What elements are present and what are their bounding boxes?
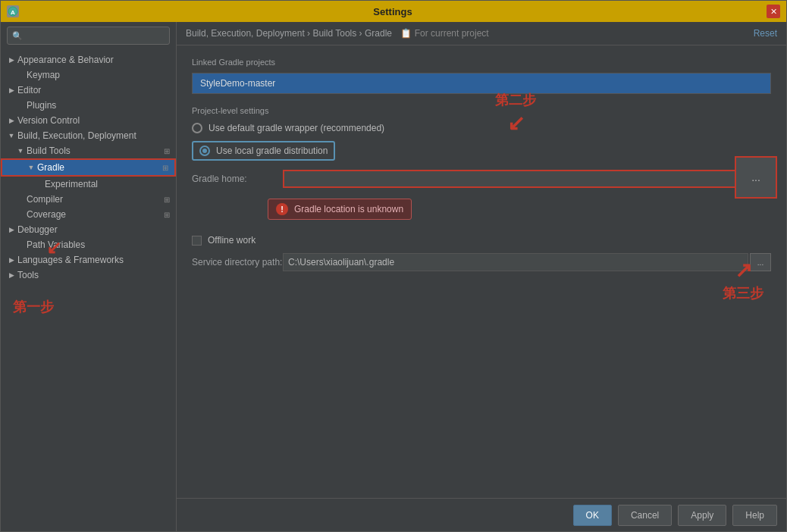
settings-window: A Settings ✕ 🔍 ▶ Appearance & Behavior [0, 0, 787, 532]
error-tooltip: ! Gradle location is unknown [268, 199, 412, 220]
radio-default-label: Use default gradle wrapper (recommended) [209, 123, 384, 133]
sidebar-item-experimental[interactable]: Experimental [1, 177, 176, 192]
main-content: Build, Execution, Deployment › Build Too… [177, 22, 786, 531]
breadcrumb-suffix: 📋 For current project [400, 28, 488, 39]
help-button[interactable]: Help [732, 505, 777, 526]
radio-local-btn[interactable] [199, 146, 210, 156]
offline-work-checkbox[interactable] [192, 236, 202, 246]
coverage-icon: ⊞ [164, 211, 170, 219]
error-message: Gradle location is unknown [294, 204, 403, 214]
linked-section-label: Linked Gradle projects [192, 58, 771, 67]
sidebar-item-tools[interactable]: ▶ Tools [1, 268, 176, 283]
arrow-icon: ▶ [7, 86, 16, 95]
window-title: Settings [19, 6, 767, 17]
sidebar-item-label: Languages & Frameworks [17, 255, 124, 265]
browse-dots-label: ... [751, 171, 760, 183]
step1-annotation: ↙ 第一步 [1, 283, 176, 331]
service-directory-row: Service directory path: ... [192, 253, 771, 271]
sidebar-item-build-execution[interactable]: ▼ Build, Execution, Deployment [1, 128, 176, 143]
radio-default-wrapper-row[interactable]: Use default gradle wrapper (recommended) [192, 123, 771, 133]
sidebar-item-label: Gradle [37, 162, 64, 173]
sidebar-item-label: Compiler [27, 194, 63, 205]
radio-local-label: Use local gradle distribution [216, 146, 328, 156]
svg-text:A: A [11, 9, 15, 16]
sidebar-item-debugger[interactable]: ▶ Debugger [1, 222, 176, 237]
sidebar-item-label: Version Control [17, 115, 80, 126]
search-input[interactable] [26, 31, 165, 40]
gradle-module-icon: ⊞ [162, 164, 168, 172]
gradle-home-row: Gradle home: ... [192, 170, 771, 188]
ok-button[interactable]: OK [573, 505, 612, 526]
gradle-home-input[interactable] [283, 170, 771, 188]
step1-label: 第一步 [13, 299, 54, 315]
radio-local-wrapper-row[interactable]: Use local gradle distribution [192, 141, 335, 161]
arrow-icon [34, 180, 43, 189]
arrow-icon: ▼ [7, 131, 16, 140]
sidebar-item-label: Experimental [45, 179, 98, 189]
cancel-button[interactable]: Cancel [618, 505, 672, 526]
step3-annotation: ↗ 第三步 [723, 258, 763, 302]
service-directory-label: Service directory path: [192, 257, 283, 268]
arrow-icon: ▶ [7, 225, 16, 234]
step3-label: 第三步 [723, 286, 763, 301]
apply-button[interactable]: Apply [678, 505, 726, 526]
offline-work-row: Offline work [192, 235, 771, 246]
settings-panel: 第二步 ↙ Linked Gradle projects StyleDemo-m… [177, 45, 786, 498]
error-icon: ! [276, 203, 288, 215]
browse-big-button[interactable]: ... [735, 156, 777, 199]
radio-default-wrapper[interactable] [192, 123, 202, 133]
sidebar: 🔍 ▶ Appearance & Behavior Keymap ▶ Edito… [1, 22, 177, 531]
search-box[interactable]: 🔍 [7, 27, 170, 45]
arrow-icon: ▶ [7, 55, 16, 64]
sidebar-item-languages-frameworks[interactable]: ▶ Languages & Frameworks [1, 252, 176, 268]
bottom-bar: OK Cancel Apply Help [177, 498, 786, 531]
service-directory-input[interactable] [283, 253, 748, 271]
sidebar-item-coverage[interactable]: Coverage ⊞ [1, 207, 176, 222]
sidebar-item-gradle[interactable]: ▼ Gradle ⊞ [1, 158, 176, 177]
sidebar-item-label: Debugger [17, 224, 58, 235]
step2-annotation: 第二步 ↙ [495, 91, 536, 136]
sidebar-item-editor[interactable]: ▶ Editor [1, 83, 176, 98]
sidebar-item-label: Appearance & Behavior [17, 55, 114, 65]
arrow-icon [16, 195, 25, 204]
compiler-icon: ⊞ [164, 196, 170, 204]
breadcrumb-sep2: › [359, 28, 365, 39]
sidebar-item-label: Tools [17, 270, 39, 280]
arrow-icon [16, 210, 25, 219]
content-area: 🔍 ▶ Appearance & Behavior Keymap ▶ Edito… [1, 22, 786, 531]
arrow-icon [16, 101, 25, 110]
sidebar-item-label: Keymap [27, 70, 60, 80]
arrow-icon: ▶ [7, 255, 16, 264]
sidebar-item-compiler[interactable]: Compiler ⊞ [1, 192, 176, 207]
sidebar-tree: ▶ Appearance & Behavior Keymap ▶ Editor … [1, 49, 176, 531]
step2-label: 第二步 [495, 92, 536, 108]
gradle-home-label: Gradle home: [192, 174, 283, 184]
arrow-icon: ▶ [7, 116, 16, 125]
sidebar-item-label: Build, Execution, Deployment [17, 130, 136, 141]
gradle-home-input-wrapper [283, 170, 771, 188]
service-directory-input-wrapper: ... [283, 253, 771, 271]
reset-button[interactable]: Reset [754, 28, 777, 39]
project-level-label: Project-level settings [192, 106, 771, 115]
arrow-icon: ▶ [7, 271, 16, 280]
sidebar-item-appearance-behavior[interactable]: ▶ Appearance & Behavior [1, 52, 176, 67]
arrow-icon: ▼ [16, 146, 25, 155]
offline-work-label: Offline work [208, 235, 256, 246]
sidebar-item-plugins[interactable]: Plugins [1, 98, 176, 113]
sidebar-item-build-tools[interactable]: ▼ Build Tools ⊞ [1, 143, 176, 158]
module-icon: ⊞ [164, 147, 170, 155]
breadcrumb: Build, Execution, Deployment › Build Too… [186, 28, 489, 39]
arrow-icon: ▼ [27, 163, 36, 172]
breadcrumb-part2: Build Tools [312, 28, 356, 39]
close-button[interactable]: ✕ [767, 5, 780, 18]
linked-project-list: StyleDemo-master [192, 73, 771, 94]
sidebar-item-label: Editor [17, 85, 41, 95]
linked-project-item[interactable]: StyleDemo-master [193, 74, 770, 93]
breadcrumb-part1: Build, Execution, Deployment [186, 28, 305, 39]
arrow-icon [16, 70, 25, 80]
sidebar-item-keymap[interactable]: Keymap [1, 67, 176, 83]
app-icon: A [7, 5, 19, 17]
arrow-icon [16, 240, 25, 249]
sidebar-item-version-control[interactable]: ▶ Version Control [1, 113, 176, 128]
sidebar-item-path-variables[interactable]: Path Variables [1, 237, 176, 252]
